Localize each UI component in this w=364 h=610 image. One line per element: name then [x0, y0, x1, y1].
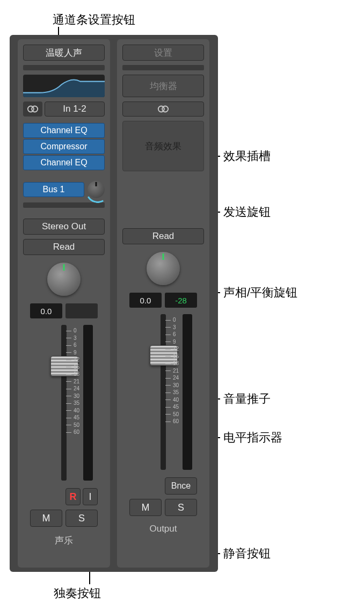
stereo-button[interactable] [122, 101, 204, 117]
callout-pan-knob: 声相/平衡旋钮 [223, 285, 297, 301]
send-button[interactable]: Bus 1 [23, 182, 84, 197]
effect-slot-1[interactable]: Channel EQ [23, 123, 105, 138]
meter-scale: 0 3 6 9 12 15 18 21 24 30 35 40 45 50 60 [165, 316, 179, 425]
channel-strip-output: 设置 均衡器 音频效果 Read 0.0 -28 [117, 39, 209, 568]
solo-button[interactable]: S [65, 510, 98, 527]
pan-knob[interactable] [47, 263, 81, 296]
channel-strip-setting-button[interactable]: 设置 [122, 45, 204, 61]
callout-send-knob: 发送旋钮 [223, 204, 271, 220]
svg-point-1 [32, 106, 38, 112]
callout-volume-fader: 音量推子 [223, 391, 271, 407]
solo-button[interactable]: S [165, 499, 197, 516]
channel-strip-vocal: 温暖人声 In 1-2 Channel EQ Compressor Channe… [18, 39, 110, 568]
mute-button[interactable]: M [30, 510, 62, 527]
callout-effect-slots: 效果插槽 [223, 148, 271, 164]
effect-slot-2[interactable]: Compressor [23, 139, 105, 154]
channel-strip-setting-button[interactable]: 温暖人声 [23, 45, 105, 61]
bounce-button[interactable]: Bnce [165, 477, 197, 495]
peak-value: -28 [165, 293, 197, 308]
eq-preview[interactable] [23, 75, 105, 97]
input-button[interactable]: In 1-2 [45, 101, 105, 117]
svg-point-3 [162, 106, 168, 112]
pan-knob[interactable] [147, 252, 180, 285]
callout-level-indicator: 电平指示器 [223, 430, 282, 446]
audio-fx-slot[interactable]: 音频效果 [122, 121, 204, 171]
mute-button[interactable]: M [129, 499, 162, 516]
fader-area: 0 3 6 9 12 15 18 21 24 30 35 40 45 50 60 [122, 312, 204, 473]
record-button[interactable]: R [65, 488, 81, 505]
track-name: 声乐 [23, 534, 105, 547]
mixer-panel: 温暖人声 In 1-2 Channel EQ Compressor Channe… [10, 35, 218, 572]
callout-channel-strip-settings: 通道条设置按钮 [53, 12, 135, 28]
gain-slot[interactable] [23, 65, 105, 70]
automation-button[interactable]: Read [23, 239, 105, 255]
pan-value: 0.0 [30, 303, 62, 318]
gain-slot[interactable] [122, 65, 204, 70]
level-meter [83, 325, 93, 481]
pan-value: 0.0 [129, 293, 162, 308]
effect-slot-3[interactable]: Channel EQ [23, 155, 105, 170]
output-button[interactable]: Stereo Out [23, 219, 105, 235]
meter-scale: 0 3 6 9 12 15 18 21 24 30 35 40 45 50 60 [66, 327, 79, 436]
spacer [122, 176, 204, 224]
eq-button[interactable]: 均衡器 [122, 75, 204, 97]
track-name: Output [122, 524, 204, 534]
stereo-icon[interactable] [23, 101, 42, 117]
callout-solo-button: 独奏按钮 [54, 585, 101, 601]
input-monitor-button[interactable]: I [83, 488, 98, 505]
send-knob[interactable] [88, 181, 105, 198]
level-meter [183, 314, 192, 470]
fader-area: 0 3 6 9 12 15 18 21 24 30 35 40 45 50 60 [23, 323, 105, 484]
automation-button[interactable]: Read [122, 228, 204, 244]
peak-value [65, 303, 98, 318]
callout-mute-button: 静音按钮 [223, 546, 271, 562]
send-slot-empty[interactable] [23, 202, 105, 208]
